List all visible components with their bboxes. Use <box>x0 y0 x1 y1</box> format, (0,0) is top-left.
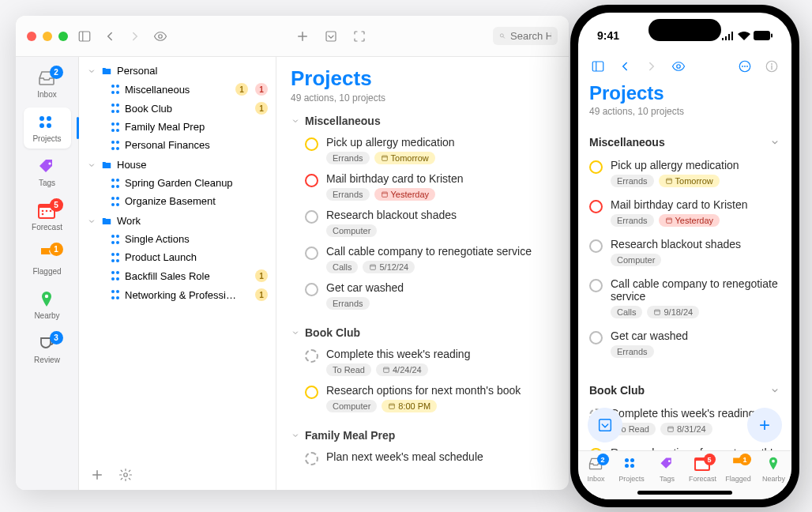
task-checkbox[interactable] <box>589 160 603 174</box>
mac-toolbar <box>16 16 569 57</box>
signal-icon <box>721 32 735 40</box>
forward-icon[interactable] <box>126 28 144 45</box>
add-button[interactable]: + <box>747 408 782 442</box>
nav-inbox[interactable]: 2Inbox <box>24 63 71 104</box>
task-row[interactable]: Research options for next month's bookCo… <box>589 441 780 450</box>
task-checkbox[interactable] <box>305 210 318 224</box>
outline-bottom-bar <box>88 466 134 484</box>
tab-flagged[interactable]: 1Flagged <box>721 456 756 483</box>
settings-icon[interactable] <box>117 466 134 484</box>
task-row[interactable]: Research blackout shadesComputer <box>291 205 554 241</box>
task-row[interactable]: Mail birthday card to KristenErrandsYest… <box>291 168 554 205</box>
task-row[interactable]: Get car washedErrands <box>291 277 554 314</box>
add-item-icon[interactable] <box>88 466 106 484</box>
project-item[interactable]: Personal Finances <box>85 136 269 154</box>
project-item[interactable]: Backfill Sales Role1 <box>85 266 269 285</box>
task-row[interactable]: Research blackout shadesComputer <box>589 232 780 272</box>
task-row[interactable]: Call cable company to renegotiate servic… <box>589 272 780 324</box>
project-item[interactable]: Family Meal Prep <box>85 118 269 136</box>
nav-projects[interactable]: Projects <box>24 107 71 149</box>
section-header[interactable]: Book Club <box>589 376 780 401</box>
tab-forecast[interactable]: 5Forecast <box>686 456 720 483</box>
task-row[interactable]: Pick up allergy medicationErrandsTomorro… <box>589 153 780 193</box>
task-row[interactable]: Complete this week's readingTo Read4/24/… <box>291 344 554 380</box>
project-item[interactable]: Book Club1 <box>85 99 269 118</box>
forward-icon[interactable] <box>643 58 660 75</box>
task-checkbox[interactable] <box>305 452 318 465</box>
sidebar-toggle-icon[interactable] <box>76 28 93 45</box>
nav-flagged[interactable]: 1Flagged <box>24 240 71 281</box>
task-checkbox[interactable] <box>305 247 318 260</box>
back-icon[interactable] <box>616 58 633 75</box>
section-header[interactable]: Family Meal Prep <box>291 429 554 442</box>
nav-tags[interactable]: Tags <box>24 152 71 193</box>
project-item[interactable]: Spring Garden Cleanup <box>85 174 269 192</box>
close-button[interactable] <box>27 32 36 41</box>
mac-window: 2InboxProjectsTags5Forecast1FlaggedNearb… <box>16 16 569 490</box>
page-title: Projects <box>291 66 554 91</box>
search-field[interactable] <box>493 27 558 45</box>
task-checkbox[interactable] <box>589 279 603 292</box>
focus-icon[interactable] <box>351 28 368 45</box>
task-checkbox[interactable] <box>589 331 603 344</box>
back-icon[interactable] <box>101 28 118 45</box>
task-row[interactable]: Get car washedErrands <box>589 324 780 363</box>
svg-point-24 <box>49 210 51 213</box>
quick-entry-icon[interactable] <box>322 28 340 45</box>
tab-nearby[interactable]: Nearby <box>757 456 791 483</box>
eye-icon[interactable] <box>670 58 687 75</box>
project-item[interactable]: Single Actions <box>85 230 269 248</box>
sidebar-toggle-icon[interactable] <box>589 58 607 75</box>
task-checkbox[interactable] <box>305 137 318 151</box>
svg-point-23 <box>45 210 47 213</box>
main-content: Projects 49 actions, 10 projects Miscell… <box>276 57 569 490</box>
add-icon[interactable] <box>294 28 311 45</box>
zoom-button[interactable] <box>58 32 68 41</box>
dynamic-island <box>648 19 721 41</box>
iphone-screen: 9:41 Projects 49 actions, 10 projects Mi… <box>578 13 791 499</box>
svg-point-25 <box>41 213 43 216</box>
tab-inbox[interactable]: 2Inbox <box>579 456 614 483</box>
info-icon[interactable] <box>763 58 780 75</box>
eye-icon[interactable] <box>152 28 169 45</box>
task-row[interactable]: Pick up allergy medicationErrandsTomorro… <box>291 132 554 168</box>
search-input[interactable] <box>510 30 551 42</box>
folder-house[interactable]: House <box>85 156 269 174</box>
tab-tags[interactable]: Tags <box>650 456 685 483</box>
traffic-lights <box>27 32 68 41</box>
nav-forecast[interactable]: 5Forecast <box>24 196 71 237</box>
task-checkbox[interactable] <box>305 283 318 296</box>
page-subtitle: 49 actions, 10 projects <box>291 92 554 104</box>
nav-nearby[interactable]: Nearby <box>24 284 71 326</box>
task-checkbox[interactable] <box>305 349 318 363</box>
project-outline: PersonalMiscellaneous11Book Club1Family … <box>79 57 276 490</box>
task-checkbox[interactable] <box>305 174 318 187</box>
quick-entry-button[interactable] <box>588 408 622 442</box>
page-title: Projects <box>589 82 780 104</box>
svg-rect-27 <box>771 34 773 38</box>
iphone-frame: 9:41 Projects 49 actions, 10 projects Mi… <box>570 5 799 507</box>
tab-projects[interactable]: Projects <box>615 456 649 483</box>
nav-review[interactable]: 3Review <box>24 329 71 370</box>
perspective-sidebar: 2InboxProjectsTags5Forecast1FlaggedNearb… <box>16 57 79 490</box>
folder-work[interactable]: Work <box>85 212 269 230</box>
task-checkbox[interactable] <box>589 200 603 213</box>
task-row[interactable]: Research options for next month's bookCo… <box>291 380 554 416</box>
task-row[interactable]: Call cable company to renegotiate servic… <box>291 241 554 277</box>
task-row[interactable]: Mail birthday card to KristenErrandsYest… <box>589 193 780 232</box>
project-item[interactable]: Miscellaneous11 <box>85 80 269 99</box>
minimize-button[interactable] <box>43 32 52 41</box>
svg-point-22 <box>41 210 43 213</box>
home-indicator <box>637 491 732 495</box>
folder-personal[interactable]: Personal <box>85 62 269 80</box>
task-row[interactable]: Plan next week's meal schedule <box>291 446 554 469</box>
project-item[interactable]: Product Launch <box>85 248 269 266</box>
section-header[interactable]: Miscellaneous <box>291 115 554 127</box>
section-header[interactable]: Book Club <box>291 326 554 339</box>
more-icon[interactable] <box>736 58 754 75</box>
project-item[interactable]: Organize Basement <box>85 192 269 210</box>
task-checkbox[interactable] <box>305 386 318 399</box>
task-checkbox[interactable] <box>589 239 603 253</box>
section-header[interactable]: Miscellaneous <box>589 128 780 153</box>
project-item[interactable]: Networking & Professi…1 <box>85 285 269 304</box>
